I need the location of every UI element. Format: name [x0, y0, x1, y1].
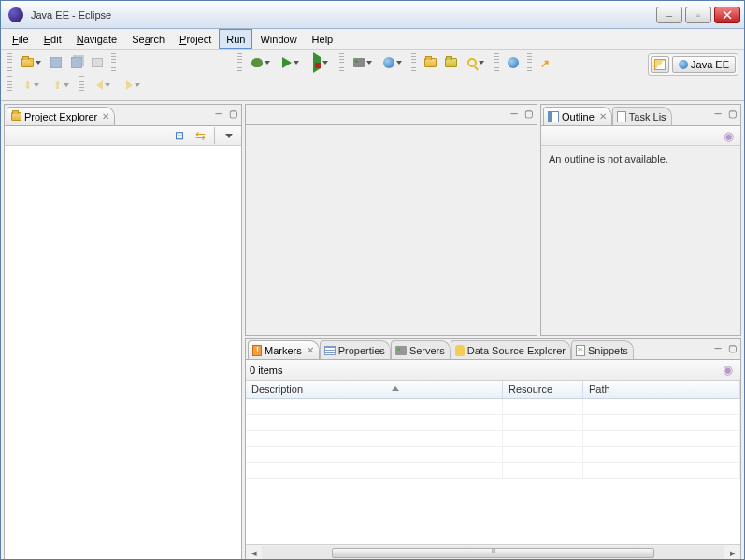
web-browser-button[interactable]: [379, 53, 407, 72]
toolbar-handle[interactable]: [411, 53, 416, 72]
web-button[interactable]: [504, 53, 523, 72]
markers-table-header: Description Resource Path: [246, 381, 740, 399]
close-tab-icon[interactable]: ✕: [102, 111, 109, 122]
menu-navigate[interactable]: Navigate: [69, 29, 124, 49]
run-icon: [282, 57, 292, 68]
annotation-button[interactable]: [537, 53, 555, 72]
close-tab-icon[interactable]: ✕: [599, 111, 607, 122]
horizontal-scrollbar[interactable]: ◂ ▸: [246, 544, 740, 560]
minimize-view-button[interactable]: ─: [711, 341, 724, 354]
toolbar-handle[interactable]: [79, 76, 84, 94]
scroll-thumb[interactable]: [332, 548, 654, 558]
toolbar-handle[interactable]: [7, 76, 12, 94]
menu-file[interactable]: File: [5, 29, 36, 49]
menu-run[interactable]: Run: [219, 29, 252, 49]
search-button[interactable]: [462, 53, 490, 72]
save-icon: [50, 57, 62, 68]
tab-project-explorer[interactable]: Project Explorer ✕: [7, 107, 115, 125]
project-explorer-body[interactable]: [5, 146, 241, 560]
new-icon: [21, 58, 34, 67]
forward-button[interactable]: [119, 76, 147, 94]
toolbar-handle[interactable]: [339, 53, 344, 72]
scroll-right-button[interactable]: ▸: [724, 546, 740, 560]
maximize-button[interactable]: [685, 7, 711, 23]
print-button[interactable]: [88, 53, 107, 72]
view-menu-button[interactable]: ◉: [718, 361, 737, 380]
save-all-button[interactable]: [67, 53, 86, 72]
scroll-left-button[interactable]: ◂: [246, 546, 262, 560]
close-tab-icon[interactable]: ✕: [307, 345, 314, 355]
markers-table-body[interactable]: [246, 399, 740, 544]
open-perspective-button[interactable]: [651, 56, 669, 73]
run-button[interactable]: [277, 53, 305, 72]
run-last-button[interactable]: [307, 53, 335, 72]
database-icon: [455, 345, 465, 356]
editor-area: ─ ▢: [245, 104, 537, 336]
table-row: [246, 447, 740, 463]
toolbar-handle[interactable]: [111, 53, 116, 72]
tab-task-list[interactable]: Task Lis: [612, 107, 672, 125]
column-resource[interactable]: Resource: [503, 381, 583, 398]
tab-servers[interactable]: Servers: [391, 340, 451, 359]
run-stop-icon: [313, 57, 321, 68]
toolbar-handle[interactable]: [527, 53, 532, 72]
tab-label: Data Source Explorer: [467, 345, 566, 356]
globe-icon: [508, 57, 519, 68]
separator: [214, 127, 215, 144]
new-button[interactable]: [17, 53, 45, 72]
tab-label: Markers: [265, 345, 302, 356]
menu-project[interactable]: Project: [172, 29, 219, 49]
dropdown-icon: [36, 61, 41, 65]
minimize-icon: [666, 9, 672, 21]
close-button[interactable]: [714, 7, 740, 23]
tab-snippets[interactable]: Snippets: [571, 340, 634, 359]
back-button[interactable]: [89, 76, 117, 94]
save-button[interactable]: [47, 53, 65, 72]
menu-search[interactable]: Search: [124, 29, 172, 49]
tab-data-source-explorer[interactable]: Data Source Explorer: [451, 340, 571, 359]
column-path[interactable]: Path: [583, 381, 740, 398]
menu-edit[interactable]: Edit: [36, 29, 69, 49]
scroll-track[interactable]: [262, 546, 724, 560]
toolbar-handle[interactable]: [7, 53, 12, 72]
minimize-view-button[interactable]: ─: [711, 107, 724, 120]
maximize-view-button[interactable]: ▢: [522, 107, 535, 120]
outline-message: An outline is not available.: [549, 153, 668, 165]
link-icon: ⇆: [195, 129, 206, 143]
debug-button[interactable]: [247, 53, 275, 72]
markers-count: 0 items: [250, 365, 282, 376]
view-menu-button[interactable]: ◉: [719, 126, 738, 145]
editor-body[interactable]: [246, 125, 537, 335]
next-annotation-button[interactable]: ⬇: [17, 76, 45, 94]
toolbar-handle[interactable]: [494, 53, 499, 72]
open-type-button[interactable]: [421, 53, 439, 72]
annotation-icon: [540, 57, 552, 68]
new-server-button[interactable]: [349, 53, 377, 72]
column-description[interactable]: Description: [246, 381, 503, 398]
tab-outline[interactable]: Outline ✕: [543, 107, 612, 125]
link-editor-button[interactable]: ⇆: [191, 126, 209, 145]
tab-label: Snippets: [588, 345, 628, 356]
debug-icon: [251, 58, 263, 67]
prev-annotation-button[interactable]: ⬆: [47, 76, 75, 94]
tab-properties[interactable]: Properties: [320, 340, 391, 359]
minimize-button[interactable]: [656, 7, 682, 23]
perspective-switcher: Java EE: [648, 53, 738, 76]
menu-help[interactable]: Help: [305, 29, 341, 49]
minimize-view-button[interactable]: ─: [508, 107, 521, 120]
maximize-view-button[interactable]: ▢: [725, 341, 738, 354]
open-task-button[interactable]: [441, 53, 460, 72]
collapse-all-button[interactable]: ⊟: [170, 126, 189, 145]
minimize-view-button[interactable]: ─: [212, 107, 225, 120]
perspective-javaee[interactable]: Java EE: [672, 56, 736, 73]
toolbar-handle[interactable]: [237, 53, 242, 72]
view-menu-button[interactable]: [220, 126, 238, 145]
maximize-view-button[interactable]: ▢: [226, 107, 239, 120]
eclipse-icon: [8, 7, 23, 22]
maximize-view-button[interactable]: ▢: [725, 107, 738, 120]
menubar: File Edit Navigate Search Project Run Wi…: [1, 29, 744, 50]
tab-markers[interactable]: Markers ✕: [248, 340, 320, 359]
menu-window[interactable]: Window: [252, 29, 304, 49]
outline-body: An outline is not available.: [541, 146, 740, 335]
table-row: [246, 463, 740, 479]
